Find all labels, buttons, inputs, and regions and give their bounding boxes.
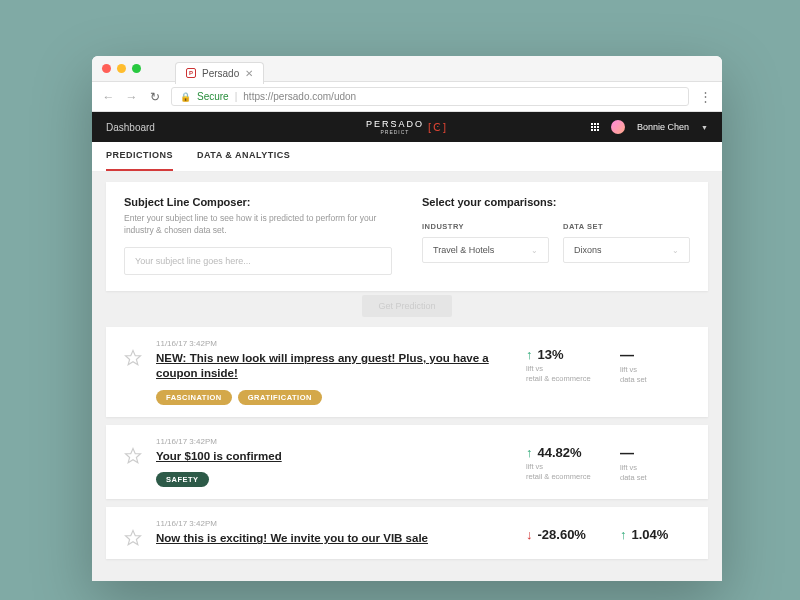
arrow-up-icon: ↑ bbox=[526, 445, 533, 460]
metric-value: — bbox=[620, 445, 634, 461]
compare-title: Select your comparisons: bbox=[422, 196, 690, 208]
metric: —lift vsdata set bbox=[620, 347, 690, 385]
dataset-label: DATA SET bbox=[563, 222, 690, 231]
metric-value: -28.60% bbox=[538, 527, 586, 542]
card-subject[interactable]: Your $100 is confirmed bbox=[156, 449, 512, 465]
industry-value: Travel & Hotels bbox=[433, 245, 494, 255]
metric-label: lift vsdata set bbox=[620, 463, 690, 483]
browser-tab[interactable]: P Persado ✕ bbox=[175, 62, 264, 84]
tab-analytics[interactable]: DATA & ANALYTICS bbox=[197, 142, 290, 171]
menu-icon[interactable]: ⋮ bbox=[699, 89, 712, 104]
chevron-down-icon: ⌄ bbox=[531, 246, 538, 255]
svg-marker-0 bbox=[126, 350, 141, 364]
composer-title: Subject Line Composer: bbox=[124, 196, 392, 208]
subject-input[interactable]: Your subject line goes here... bbox=[124, 247, 392, 275]
tag-row: FASCINATIONGRATIFICATION bbox=[156, 390, 512, 405]
card-subject[interactable]: NEW: This new look will impress any gues… bbox=[156, 351, 512, 382]
user-name: Bonnie Chen bbox=[637, 122, 689, 132]
lock-icon: 🔒 bbox=[180, 92, 191, 102]
tab-title: Persado bbox=[202, 68, 239, 79]
browser-window: P Persado ✕ ← → ↻ 🔒 Secure | https://per… bbox=[92, 56, 722, 581]
titlebar: P Persado ✕ bbox=[92, 56, 722, 82]
star-icon[interactable] bbox=[124, 447, 142, 465]
chevron-down-icon[interactable]: ▼ bbox=[701, 124, 708, 131]
logo: PERSADO PREDICT [Ͼ] bbox=[366, 119, 448, 135]
dashboard-link[interactable]: Dashboard bbox=[106, 122, 155, 133]
dataset-select[interactable]: Dixons ⌄ bbox=[563, 237, 690, 263]
tag: FASCINATION bbox=[156, 390, 232, 405]
arrow-up-icon: ↑ bbox=[620, 527, 627, 542]
nav-tabs: PREDICTIONS DATA & ANALYTICS bbox=[92, 142, 722, 172]
svg-marker-2 bbox=[126, 531, 141, 545]
composer-panel: Subject Line Composer: Enter your subjec… bbox=[106, 182, 708, 291]
tab-predictions[interactable]: PREDICTIONS bbox=[106, 142, 173, 171]
metric: ↑13%lift vsretail & ecommerce bbox=[526, 347, 596, 385]
metric: ↑1.04% bbox=[620, 527, 690, 544]
metric: ↑44.82%lift vsretail & ecommerce bbox=[526, 445, 596, 483]
tag: SAFETY bbox=[156, 472, 209, 487]
tag-row: SAFETY bbox=[156, 472, 512, 487]
industry-select[interactable]: Travel & Hotels ⌄ bbox=[422, 237, 549, 263]
metric-value: 1.04% bbox=[632, 527, 669, 542]
close-tab-icon[interactable]: ✕ bbox=[245, 68, 253, 79]
apps-icon[interactable] bbox=[591, 123, 599, 131]
star-icon[interactable] bbox=[124, 349, 142, 367]
url-field[interactable]: 🔒 Secure | https://persado.com/udon bbox=[171, 87, 689, 106]
logo-mark-icon: [Ͼ] bbox=[428, 121, 448, 134]
metrics: ↓-28.60%↑1.04% bbox=[526, 519, 690, 544]
back-icon[interactable]: ← bbox=[102, 90, 115, 103]
logo-text: PERSADO bbox=[366, 119, 424, 129]
favicon-icon: P bbox=[186, 68, 196, 78]
address-bar: ← → ↻ 🔒 Secure | https://persado.com/udo… bbox=[92, 82, 722, 112]
dataset-value: Dixons bbox=[574, 245, 602, 255]
arrow-up-icon: ↑ bbox=[526, 347, 533, 362]
industry-label: INDUSTRY bbox=[422, 222, 549, 231]
get-prediction-button[interactable]: Get Prediction bbox=[362, 295, 451, 317]
maximize-window-icon[interactable] bbox=[132, 64, 141, 73]
forward-icon[interactable]: → bbox=[125, 90, 138, 103]
composer-help: Enter your subject line to see how it is… bbox=[124, 213, 392, 237]
metric-value: 44.82% bbox=[538, 445, 582, 460]
url-text: https://persado.com/udon bbox=[243, 91, 356, 102]
prediction-card: 11/16/17 3:42PM Your $100 is confirmed S… bbox=[106, 425, 708, 500]
metric-label: lift vsretail & ecommerce bbox=[526, 364, 596, 384]
metric: ↓-28.60% bbox=[526, 527, 596, 544]
prediction-card: 11/16/17 3:42PM NEW: This new look will … bbox=[106, 327, 708, 417]
minimize-window-icon[interactable] bbox=[117, 64, 126, 73]
metric-value: — bbox=[620, 347, 634, 363]
card-date: 11/16/17 3:42PM bbox=[156, 519, 512, 528]
chevron-down-icon: ⌄ bbox=[672, 246, 679, 255]
metrics: ↑13%lift vsretail & ecommerce—lift vsdat… bbox=[526, 339, 690, 385]
prediction-card: 11/16/17 3:42PM Now this is exciting! We… bbox=[106, 507, 708, 559]
reload-icon[interactable]: ↻ bbox=[148, 90, 161, 103]
card-date: 11/16/17 3:42PM bbox=[156, 339, 512, 348]
content-area: Subject Line Composer: Enter your subjec… bbox=[92, 172, 722, 581]
metric: —lift vsdata set bbox=[620, 445, 690, 483]
card-subject[interactable]: Now this is exciting! We invite you to o… bbox=[156, 531, 512, 547]
arrow-down-icon: ↓ bbox=[526, 527, 533, 542]
logo-subtext: PREDICT bbox=[366, 129, 424, 135]
metrics: ↑44.82%lift vsretail & ecommerce—lift vs… bbox=[526, 437, 690, 483]
metric-label: lift vsdata set bbox=[620, 365, 690, 385]
avatar[interactable] bbox=[611, 120, 625, 134]
tag: GRATIFICATION bbox=[238, 390, 322, 405]
svg-marker-1 bbox=[126, 448, 141, 462]
secure-label: Secure bbox=[197, 91, 229, 102]
card-date: 11/16/17 3:42PM bbox=[156, 437, 512, 446]
close-window-icon[interactable] bbox=[102, 64, 111, 73]
star-icon[interactable] bbox=[124, 529, 142, 547]
metric-value: 13% bbox=[538, 347, 564, 362]
app-header: Dashboard PERSADO PREDICT [Ͼ] Bonnie Che… bbox=[92, 112, 722, 142]
metric-label: lift vsretail & ecommerce bbox=[526, 462, 596, 482]
